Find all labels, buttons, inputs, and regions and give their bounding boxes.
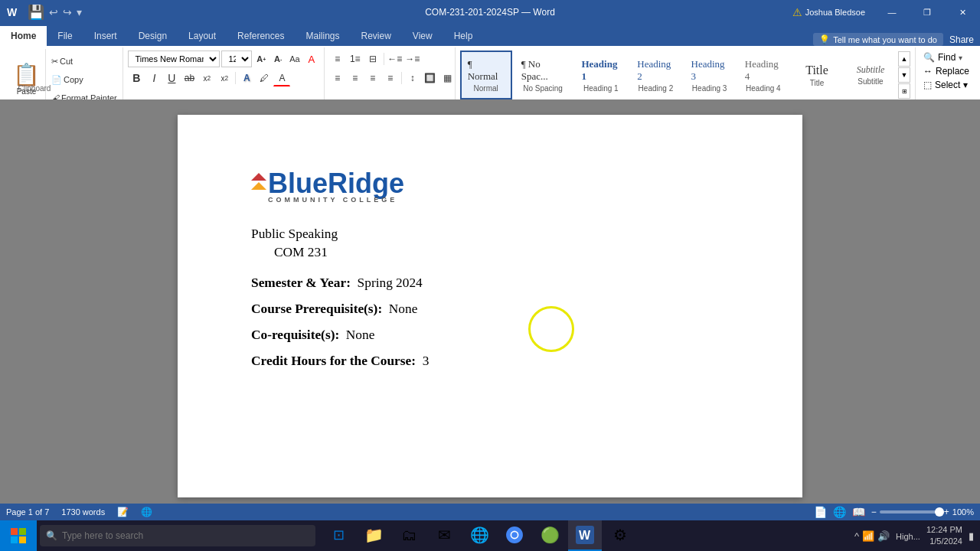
italic-button[interactable]: I bbox=[145, 70, 162, 86]
taskbar-search-box[interactable]: 🔍 bbox=[40, 525, 315, 546]
high-dpi-label[interactable]: High... bbox=[896, 529, 920, 543]
zoom-slider[interactable] bbox=[880, 510, 941, 514]
find-button[interactable]: 🔍 Find ▾ bbox=[920, 51, 965, 64]
align-center-button[interactable]: ≡ bbox=[347, 70, 364, 86]
shading-button[interactable]: 🔲 bbox=[422, 70, 439, 86]
restore-button[interactable]: ❐ bbox=[910, 0, 945, 24]
zoom-out-button[interactable]: − bbox=[871, 507, 877, 517]
tab-help[interactable]: Help bbox=[443, 24, 484, 46]
view-print-icon[interactable]: 📄 bbox=[814, 506, 827, 518]
style-heading1[interactable]: Heading 1 Heading 1 bbox=[573, 51, 628, 99]
strikethrough-button[interactable]: ab bbox=[181, 70, 198, 86]
semester-field: Semester & Year: Spring 2024 bbox=[251, 276, 729, 291]
text-highlight-button[interactable]: 🖊 bbox=[256, 70, 273, 86]
bold-button[interactable]: B bbox=[128, 70, 145, 86]
align-right-button[interactable]: ≡ bbox=[364, 70, 381, 86]
settings-app[interactable]: ⚙ bbox=[603, 520, 637, 551]
word-icon: W bbox=[0, 0, 24, 24]
title-bar-left: W 💾 ↩ ↪ ▾ bbox=[0, 0, 82, 24]
font-name-select[interactable]: Times New Roman bbox=[128, 51, 220, 67]
tab-file[interactable]: File bbox=[47, 24, 83, 46]
style-subtitle[interactable]: Subtitle Subtitle bbox=[844, 51, 897, 99]
svg-text:W: W bbox=[579, 529, 591, 542]
undo-icon[interactable]: ↩ bbox=[49, 6, 58, 18]
quick-access-dropdown[interactable]: ▾ bbox=[77, 6, 82, 18]
page-info: Page 1 of 7 bbox=[6, 507, 49, 517]
minimize-button[interactable]: — bbox=[874, 0, 910, 24]
clipboard-label: Clipboard bbox=[0, 83, 69, 94]
tab-references[interactable]: References bbox=[227, 24, 295, 46]
style-subtitle-preview: Subtitle bbox=[857, 64, 885, 76]
multilevel-button[interactable]: ⊟ bbox=[364, 51, 381, 67]
font-shrink-button[interactable]: A- bbox=[270, 51, 286, 67]
style-heading3[interactable]: Heading 3 Heading 3 bbox=[684, 51, 736, 99]
style-heading4[interactable]: Heading 4 Heading 4 bbox=[737, 51, 789, 99]
system-clock[interactable]: 12:24 PM 1/5/2024 bbox=[926, 524, 962, 548]
styles-expand[interactable]: ⊞ bbox=[898, 83, 910, 99]
borders-button[interactable]: ▦ bbox=[439, 70, 456, 86]
cut-button[interactable]: ✂ Cut bbox=[49, 56, 119, 67]
chevron-up-icon[interactable]: ^ bbox=[854, 530, 859, 542]
tell-me-box[interactable]: 💡 Tell me what you want to do bbox=[813, 33, 943, 46]
decrease-indent-button[interactable]: ←≡ bbox=[387, 51, 403, 67]
subscript-button[interactable]: x2 bbox=[198, 70, 215, 86]
chrome-app[interactable] bbox=[498, 520, 531, 551]
time-display: 12:24 PM bbox=[926, 524, 962, 536]
tab-design[interactable]: Design bbox=[128, 24, 178, 46]
word-taskbar-app[interactable]: W bbox=[568, 520, 602, 551]
select-button[interactable]: ⬚ Select ▾ bbox=[920, 78, 971, 92]
view-read-icon[interactable]: 📖 bbox=[852, 506, 865, 518]
start-button[interactable] bbox=[0, 520, 37, 551]
tab-view[interactable]: View bbox=[402, 24, 443, 46]
tab-review[interactable]: Review bbox=[350, 24, 401, 46]
file-explorer-app[interactable]: 📁 bbox=[357, 520, 390, 551]
document-scroll-area[interactable]: BlueRidge COMMUNITY COLLEGE Public Speak… bbox=[0, 99, 980, 520]
style-heading2[interactable]: Heading 2 Heading 2 bbox=[629, 51, 681, 99]
font-color-button[interactable]: A bbox=[273, 70, 290, 86]
clear-format-button[interactable]: A bbox=[304, 51, 319, 67]
tab-home[interactable]: Home bbox=[0, 24, 47, 46]
line-spacing-button[interactable]: ↕ bbox=[404, 70, 421, 86]
credit-field: Credit Hours for the Course: 3 bbox=[251, 354, 729, 369]
search-input[interactable] bbox=[62, 530, 309, 541]
browser-app[interactable]: 🌐 bbox=[462, 520, 496, 551]
increase-indent-button[interactable]: →≡ bbox=[404, 51, 421, 67]
tab-mailings[interactable]: Mailings bbox=[295, 24, 350, 46]
file-manager-app[interactable]: 🗂 bbox=[392, 520, 426, 551]
coreq-label: Co-requisite(s): bbox=[251, 328, 339, 342]
title-bar: W 💾 ↩ ↪ ▾ COM-231-201-2024SP — Word ⚠ Jo… bbox=[0, 0, 980, 24]
zoom-in-button[interactable]: + bbox=[944, 507, 949, 517]
align-left-button[interactable]: ≡ bbox=[329, 70, 346, 86]
share-button[interactable]: Share bbox=[949, 34, 974, 45]
save-icon[interactable]: 💾 bbox=[28, 4, 44, 21]
redo-icon[interactable]: ↪ bbox=[63, 6, 72, 18]
style-title-preview: Title bbox=[805, 64, 828, 77]
bullets-button[interactable]: ≡ bbox=[329, 51, 346, 67]
close-button[interactable]: ✕ bbox=[945, 0, 980, 24]
style-normal[interactable]: ¶ Normal Normal bbox=[460, 51, 512, 99]
styles-scroll-up[interactable]: ▲ bbox=[898, 51, 910, 67]
underline-button[interactable]: U bbox=[163, 70, 180, 86]
font-grow-button[interactable]: A+ bbox=[253, 51, 269, 67]
view-web-icon[interactable]: 🌐 bbox=[833, 506, 846, 518]
change-case-button[interactable]: Aa bbox=[287, 51, 302, 67]
style-h1-label: Heading 1 bbox=[583, 84, 619, 93]
replace-button[interactable]: ↔ Replace bbox=[920, 64, 972, 78]
greenapp[interactable]: 🟢 bbox=[533, 520, 567, 551]
tab-insert[interactable]: Insert bbox=[83, 24, 128, 46]
style-no-spacing[interactable]: ¶ No Spac... No Spacing bbox=[514, 51, 573, 99]
style-title[interactable]: Title Title bbox=[791, 51, 843, 99]
tab-layout[interactable]: Layout bbox=[178, 24, 227, 46]
numbering-button[interactable]: 1≡ bbox=[347, 51, 364, 67]
taskview-icon: ⊡ bbox=[329, 526, 348, 544]
user-name[interactable]: Joshua Bledsoe bbox=[805, 8, 865, 17]
text-effects-button[interactable]: A bbox=[238, 70, 255, 86]
show-desktop-button[interactable]: ▮ bbox=[969, 530, 974, 542]
mail-app[interactable]: ✉ bbox=[427, 520, 461, 551]
taskview-button[interactable]: ⊡ bbox=[322, 520, 355, 551]
font-size-select[interactable]: 12 bbox=[221, 51, 252, 67]
warning-icon: ⚠ bbox=[792, 6, 802, 18]
superscript-button[interactable]: x2 bbox=[216, 70, 233, 86]
styles-scroll-down[interactable]: ▼ bbox=[898, 67, 910, 83]
justify-button[interactable]: ≡ bbox=[382, 70, 399, 86]
